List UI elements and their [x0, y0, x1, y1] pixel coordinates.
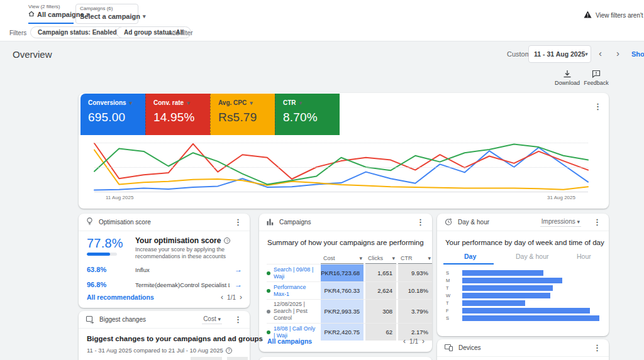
biggest-changes-period: 11 - 31 Aug 2025 compared to 21 Jul - 10… [87, 347, 223, 354]
view-selector[interactable]: View (2 filters) All campaigns ▾ [28, 4, 74, 24]
metric-value: Rs5.79 [218, 111, 275, 124]
card-title: Campaigns [279, 219, 311, 226]
download-button[interactable]: Download [552, 70, 582, 86]
optimisation-score-progress [87, 253, 117, 256]
next-period-button[interactable]: › [616, 48, 619, 59]
card-menu-button[interactable]: ⋮ [593, 344, 601, 352]
all-campaigns-link[interactable]: All campaigns [267, 337, 312, 345]
tab-hour[interactable]: Hour [577, 253, 591, 260]
page-prev-icon[interactable]: ‹ [221, 293, 223, 301]
metric-dropdown[interactable]: Impressions ▾ [540, 218, 581, 227]
metric-dropdown-value: Cost [203, 315, 216, 322]
previous-period-button[interactable]: ‹ [599, 48, 602, 59]
help-icon[interactable]: ? [224, 237, 230, 244]
show-link[interactable]: Show [631, 50, 644, 58]
chevron-down-icon: ▾ [250, 100, 253, 106]
column-header-ctr[interactable]: CTR▾ [398, 253, 432, 264]
impressions-bar[interactable] [462, 315, 599, 321]
chevron-down-icon: ▾ [218, 316, 221, 322]
card-title: Day & hour [458, 219, 489, 226]
campaign-selector[interactable]: Campaigns (6) Select a campaign ▾ [75, 4, 138, 24]
filters-label: Filters [9, 30, 26, 36]
optimisation-heading: Your optimisation score [135, 236, 221, 245]
account-row[interactable]: 96.8%Termite(deemak)Control Specialist L… [79, 281, 250, 295]
impressions-bar[interactable] [462, 300, 525, 306]
chevron-down-icon: ▾ [187, 100, 190, 106]
card-menu-button[interactable]: ⋮ [593, 218, 601, 226]
add-filter-button[interactable]: Add filter [168, 30, 192, 36]
chevron-down-icon: ▾ [143, 12, 146, 21]
optimisation-description: Increase your score by applying the reco… [135, 246, 241, 260]
day-hour-card: Day & hour Impressions ▾ ⋮ Your performa… [437, 214, 609, 336]
table-header-cell-partial [191, 357, 222, 360]
bar-row: T [446, 284, 600, 292]
status-dot-icon [267, 310, 270, 314]
card-menu-button[interactable]: ⋮ [234, 218, 242, 226]
account-name: Termite(deemak)Control Specialist Lahore… [135, 281, 230, 288]
campaign-selector-label: Campaigns (6) [80, 6, 134, 12]
warning-text: View filters aren't applie [596, 12, 644, 19]
chevron-down-icon: ▾ [428, 255, 431, 261]
metric-value: 14.95% [153, 111, 210, 124]
line-series-conv-rate [94, 143, 588, 179]
date-range-selector[interactable]: 11 - 31 Aug 2025 ▾ [528, 45, 591, 63]
feedback-button[interactable]: Feedback [581, 70, 611, 86]
next-card-partial [259, 357, 432, 360]
campaign-link[interactable]: Performance Max-1 [274, 284, 318, 298]
biggest-changes-icon [86, 314, 94, 325]
campaign-row: Performance Max-1PKR4,760.332,62410.18% [267, 281, 432, 299]
metric-dropdown[interactable]: Cost ▾ [202, 315, 222, 324]
feedback-label: Feedback [581, 80, 611, 86]
metric-tile-conversions[interactable]: Conversions▾ 695.00 [80, 94, 145, 135]
impressions-bar[interactable] [462, 270, 543, 276]
account-name: Influx [135, 266, 230, 273]
column-header-clicks[interactable]: Clicks▾ [365, 253, 396, 264]
metric-label: CTR [283, 99, 296, 106]
gridline [94, 143, 588, 143]
chart-card-menu-button[interactable]: ⋮ [594, 102, 602, 111]
card-menu-button[interactable]: ⋮ [416, 218, 425, 226]
all-recommendations-link[interactable]: All recommendations [87, 293, 154, 301]
account-row[interactable]: 63.8%Influx→ [79, 266, 250, 280]
x-axis-end-label: 31 Aug 2025 [547, 195, 575, 200]
day-label: S [446, 315, 452, 321]
ctr-cell: 9.93% [398, 265, 432, 281]
column-label: Cost [323, 255, 335, 261]
impressions-bar[interactable] [462, 278, 562, 283]
card-title: Optimisation score [99, 219, 151, 226]
day-hour-subtitle: Your performance by day of week and time… [445, 239, 604, 246]
impressions-bar[interactable] [462, 285, 553, 291]
warning-icon [584, 9, 592, 21]
metric-tile-ctr[interactable]: CTR▾ 8.70% [275, 94, 340, 135]
metric-label: Conversions [88, 99, 126, 106]
chevron-down-icon: ▾ [392, 255, 395, 261]
view-selector-label: View (2 filters) [28, 4, 74, 10]
page-next-icon[interactable]: › [422, 337, 425, 345]
bar-chart-icon [267, 217, 274, 228]
optimisation-score-value: 77.8% [87, 236, 123, 251]
impressions-bar[interactable] [462, 293, 550, 298]
download-label: Download [552, 80, 582, 86]
tab-day-and-hour[interactable]: Day & hour [516, 253, 549, 260]
table-header-cell-partial [227, 357, 248, 360]
metric-tile-conv-rate[interactable]: Conv. rate▾ 14.95% [145, 94, 210, 135]
clock-icon [445, 217, 452, 228]
campaigns-table-header: Cost▾ Clicks▾ CTR▾ [267, 253, 432, 264]
tab-day[interactable]: Day [464, 253, 476, 260]
line-series-conversions [94, 148, 588, 190]
arrow-right-icon[interactable]: → [235, 280, 242, 289]
campaign-row: 12/08/2025 | Search | Pest ControlPKR2,9… [267, 299, 432, 323]
campaign-link[interactable]: 12/08/2025 | Search | Pest Control [274, 301, 318, 322]
metric-label: Conv. rate [153, 99, 184, 106]
metric-tile-avg-cpc[interactable]: Avg. CPC▾ Rs5.79 [210, 94, 275, 135]
metric-value: 8.70% [283, 111, 340, 124]
page-prev-icon[interactable]: ‹ [403, 337, 406, 345]
help-icon[interactable]: ? [226, 347, 232, 354]
line-chart-svg [94, 141, 588, 192]
card-menu-button[interactable]: ⋮ [234, 315, 242, 324]
impressions-bar[interactable] [462, 308, 590, 314]
column-header-cost[interactable]: Cost▾ [321, 253, 364, 264]
page-next-icon[interactable]: › [240, 293, 242, 301]
campaign-link[interactable]: Search | 09/08 | Waji [274, 266, 318, 280]
arrow-right-icon[interactable]: → [235, 265, 242, 274]
